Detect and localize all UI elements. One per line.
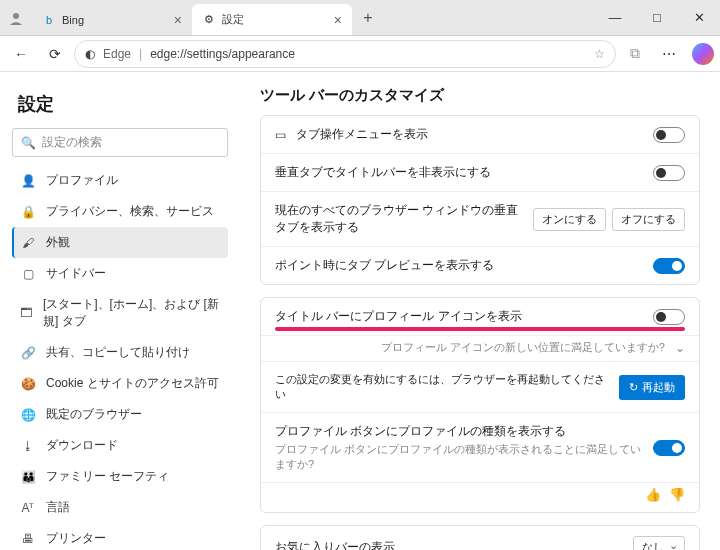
nav-label: Cookie とサイトのアクセス許可 xyxy=(46,375,219,392)
nav-label: プリンター xyxy=(46,530,106,547)
sidebar-item-0[interactable]: 👤プロファイル xyxy=(12,165,228,196)
edge-icon: ◐ xyxy=(85,47,95,61)
tab-label: Bing xyxy=(62,14,84,26)
nav-icon: 🌐 xyxy=(20,408,36,422)
sidebar-item-1[interactable]: 🔒プライバシー、検索、サービス xyxy=(12,196,228,227)
nav-label: ダウンロード xyxy=(46,437,118,454)
new-tab-button[interactable]: + xyxy=(352,0,384,35)
nav-icon: Aᵀ xyxy=(20,501,36,515)
nav-label: プロファイル xyxy=(46,172,118,189)
toggle-profile-type[interactable] xyxy=(653,440,685,456)
nav-icon: 🍪 xyxy=(20,377,36,391)
nav-icon: ⭳ xyxy=(20,439,36,453)
tab-label: 設定 xyxy=(222,12,244,27)
sidebar-item-2[interactable]: 🖌外観 xyxy=(12,227,228,258)
thumbs-up-icon[interactable]: 👍 xyxy=(645,487,661,502)
nav-icon: 👪 xyxy=(20,470,36,484)
tab-settings[interactable]: ⚙ 設定 × xyxy=(192,4,352,35)
row-icon: ▭ xyxy=(275,128,286,142)
favorites-bar-select[interactable]: なし xyxy=(633,536,685,550)
nav-label: ファミリー セーフティ xyxy=(46,468,169,485)
menu-button[interactable]: ⋯ xyxy=(654,39,684,69)
nav-icon: 🖶 xyxy=(20,532,36,546)
nav-icon: 🗔 xyxy=(20,306,33,320)
back-button[interactable]: ← xyxy=(6,39,36,69)
copilot-icon[interactable] xyxy=(692,43,714,65)
setting-row: 垂直タブでタイトルバーを非表示にする xyxy=(261,154,699,192)
chevron-down-icon[interactable]: ⌄ xyxy=(675,341,685,355)
address-app: Edge xyxy=(103,47,131,61)
pill-button[interactable]: オンにする xyxy=(533,208,606,231)
nav-icon: ▢ xyxy=(20,267,36,281)
minimize-button[interactable]: — xyxy=(594,0,636,35)
search-placeholder: 設定の検索 xyxy=(42,134,102,151)
section-heading: ツール バーのカスタマイズ xyxy=(260,86,700,105)
sidebar-item-3[interactable]: ▢サイドバー xyxy=(12,258,228,289)
nav-label: サイドバー xyxy=(46,265,106,282)
gear-icon: ⚙ xyxy=(202,13,216,27)
nav-label: 既定のブラウザー xyxy=(46,406,142,423)
nav-label: 共有、コピーして貼り付け xyxy=(46,344,190,361)
toggle[interactable] xyxy=(653,165,685,181)
pill-button[interactable]: オフにする xyxy=(612,208,685,231)
settings-title: 設定 xyxy=(18,92,222,116)
sidebar-item-5[interactable]: 🔗共有、コピーして貼り付け xyxy=(12,337,228,368)
sidebar-item-8[interactable]: ⭳ダウンロード xyxy=(12,430,228,461)
close-icon[interactable]: × xyxy=(174,12,182,28)
tab-bing[interactable]: b Bing × xyxy=(32,4,192,35)
profile-icon[interactable] xyxy=(0,0,32,35)
search-icon: 🔍 xyxy=(21,136,36,150)
address-bar[interactable]: ◐ Edge | edge://settings/appearance ☆ xyxy=(74,40,616,68)
toggle[interactable] xyxy=(653,127,685,143)
nav-label: 言語 xyxy=(46,499,70,516)
sidebar-item-4[interactable]: 🗔[スタート]、[ホーム]、および [新規] タブ xyxy=(12,289,228,337)
profile-icon-titlebar-row: タイトル バーにプロフィール アイコンを表示 xyxy=(261,298,699,336)
thumbs-down-icon[interactable]: 👎 xyxy=(669,487,685,502)
nav-label: 外観 xyxy=(46,234,70,251)
refresh-icon: ↻ xyxy=(629,381,638,394)
sidebar-item-6[interactable]: 🍪Cookie とサイトのアクセス許可 xyxy=(12,368,228,399)
bing-icon: b xyxy=(42,13,56,27)
nav-label: プライバシー、検索、サービス xyxy=(46,203,214,220)
nav-icon: 🔗 xyxy=(20,346,36,360)
sidebar-item-7[interactable]: 🌐既定のブラウザー xyxy=(12,399,228,430)
nav-icon: 🔒 xyxy=(20,205,36,219)
sidebar-item-11[interactable]: 🖶プリンター xyxy=(12,523,228,550)
settings-search[interactable]: 🔍 設定の検索 xyxy=(12,128,228,157)
svg-point-0 xyxy=(13,13,19,19)
toggle-profile-icon[interactable] xyxy=(653,309,685,325)
nav-label: [スタート]、[ホーム]、および [新規] タブ xyxy=(43,296,220,330)
toggle[interactable] xyxy=(653,258,685,274)
restart-button[interactable]: ↻再起動 xyxy=(619,375,685,400)
setting-row: 現在のすべてのブラウザー ウィンドウの垂直タブを表示するオンにするオフにする xyxy=(261,192,699,247)
close-icon[interactable]: × xyxy=(334,12,342,28)
setting-row: ポイント時にタブ プレビューを表示する xyxy=(261,247,699,284)
favorite-icon[interactable]: ☆ xyxy=(594,47,605,61)
nav-icon: 👤 xyxy=(20,174,36,188)
collections-icon[interactable]: ⧉ xyxy=(620,39,650,69)
maximize-button[interactable]: □ xyxy=(636,0,678,35)
sidebar-item-10[interactable]: Aᵀ言語 xyxy=(12,492,228,523)
refresh-button[interactable]: ⟳ xyxy=(40,39,70,69)
address-url: edge://settings/appearance xyxy=(150,47,295,61)
nav-icon: 🖌 xyxy=(20,236,36,250)
setting-row: ▭タブ操作メニューを表示 xyxy=(261,116,699,154)
close-button[interactable]: ✕ xyxy=(678,0,720,35)
sidebar-item-9[interactable]: 👪ファミリー セーフティ xyxy=(12,461,228,492)
